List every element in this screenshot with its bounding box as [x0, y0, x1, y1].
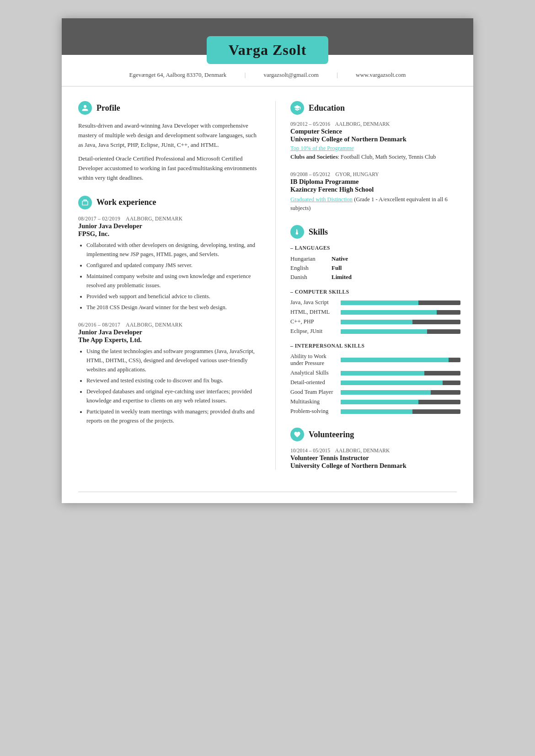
- separator-2: |: [337, 71, 338, 78]
- edu-2-school: Kazinczy Ferenc High School: [290, 186, 460, 193]
- profile-title: Profile: [96, 103, 120, 113]
- profile-section-header: Profile: [78, 101, 262, 115]
- skill-problem-name: Problem-solving: [290, 408, 341, 415]
- edu-2-extra: Graduated with Distinction (Grade 1 - A/…: [290, 195, 460, 213]
- skill-row-eclipse: Eclipse, JUnit: [290, 328, 460, 335]
- main-content: Profile Results-driven and award-winning…: [62, 86, 473, 484]
- work-section-header: Work experience: [78, 196, 262, 209]
- resume-document: Varga Zsolt Egevænget 64, Aalborg 83370,…: [62, 18, 473, 503]
- computer-skills-subsection: – COMPUTER SKILLS Java, Java Script HTML…: [290, 289, 460, 335]
- list-item: Collaborated with other developers on de…: [86, 241, 262, 259]
- lang-row-1: Hungarian Native: [290, 255, 460, 263]
- person-icon: [81, 104, 89, 112]
- edu-block-1: 09/2012 – 05/2016 AALBORG, DENMARK Compu…: [290, 121, 460, 161]
- skills-title: Skills: [309, 227, 328, 237]
- skill-html-name: HTML, DHTML: [290, 309, 341, 316]
- skill-problem-fill: [341, 409, 412, 414]
- candidate-name: Varga Zsolt: [229, 42, 307, 59]
- interpersonal-subsection: – INTERPERSONAL SKILLS Ability to Work u…: [290, 343, 460, 415]
- skill-eclipse-bar: [341, 329, 460, 334]
- list-item: Maintained company website and using own…: [86, 272, 262, 290]
- list-item: Provided web support and beneficial advi…: [86, 292, 262, 301]
- profile-icon: [78, 101, 92, 115]
- languages-subsection: – LANGUAGES Hungarian Native English Ful…: [290, 245, 460, 281]
- skill-eclipse-fill: [341, 329, 427, 334]
- edu-2-meta: 09/2008 – 05/2012 GYOR, HUNGARY: [290, 172, 460, 177]
- heart-icon: [294, 431, 301, 438]
- work-icon: [78, 196, 92, 209]
- lang-row-3: Danish Limited: [290, 273, 460, 281]
- skill-multi-name: Multitasking: [290, 398, 341, 405]
- skill-row-cpp: C++, PHP: [290, 318, 460, 325]
- computer-skills-subhead: – COMPUTER SKILLS: [290, 289, 460, 295]
- profile-text-1: Results-driven and award-winning Java De…: [78, 121, 262, 150]
- skill-pressure-name: Ability to Work under Pressure: [290, 353, 341, 367]
- skill-row-pressure: Ability to Work under Pressure: [290, 353, 460, 367]
- flask-icon: [294, 228, 301, 236]
- skill-java-name: Java, Java Script: [290, 299, 341, 306]
- job-1-company: FPSG, Inc.: [78, 230, 262, 238]
- list-item: Participated in weekly team meetings wit…: [86, 407, 262, 425]
- lang-1-level: Native: [332, 255, 348, 263]
- footer-divider: [78, 492, 457, 503]
- vol-1-title: Volunteer Tennis Instructor: [290, 454, 460, 462]
- education-title: Education: [309, 103, 345, 113]
- skill-cpp-bar: [341, 320, 460, 324]
- skill-detail-fill: [341, 381, 443, 385]
- skill-row-html: HTML, DHTML: [290, 309, 460, 316]
- edu-1-school: University College of Northern Denmark: [290, 135, 460, 143]
- job-1-location: AALBORG, DENMARK: [126, 216, 182, 221]
- job-block-1: 08/2017 – 02/2019 AALBORG, DENMARK Junio…: [78, 216, 262, 312]
- vol-1-location: AALBORG, DENMARK: [335, 448, 390, 453]
- skill-analytical-fill: [341, 371, 424, 375]
- education-section-header: Education: [290, 101, 460, 115]
- briefcase-icon: [81, 199, 89, 206]
- lang-3-name: Danish: [290, 273, 332, 281]
- lang-2-name: English: [290, 264, 332, 272]
- job-2-location: AALBORG, DENMARK: [126, 322, 182, 327]
- list-item: Reviewed and tested existing code to dis…: [86, 376, 262, 385]
- lang-3-level: Limited: [332, 273, 352, 281]
- lang-row-2: English Full: [290, 264, 460, 272]
- list-item: Developed databases and original eye-cat…: [86, 387, 262, 405]
- vol-block-1: 10/2014 – 05/2015 AALBORG, DENMARK Volun…: [290, 448, 460, 470]
- skill-row-team: Good Team Player: [290, 389, 460, 396]
- profile-text-2: Detail-oriented Oracle Certified Profess…: [78, 154, 262, 182]
- volunteering-icon: [290, 428, 304, 441]
- edu-1-meta: 09/2012 – 05/2016 AALBORG, DENMARK: [290, 121, 460, 127]
- skills-section-header: Skills: [290, 225, 460, 239]
- education-icon: [290, 101, 304, 115]
- contact-website: www.vargazsolt.com: [356, 71, 406, 78]
- job-1-title: Junior Java Developer: [78, 222, 262, 230]
- skill-row-java: Java, Java Script: [290, 299, 460, 306]
- edu-2-degree: IB Diploma Programme: [290, 178, 460, 186]
- job-2-bullets: Using the latest technologies and softwa…: [78, 347, 262, 425]
- skill-team-bar: [341, 390, 460, 395]
- edu-2-location: GYOR, HUNGARY: [335, 172, 379, 177]
- skill-html-fill: [341, 310, 437, 315]
- job-1-meta: 08/2017 – 02/2019 AALBORG, DENMARK: [78, 216, 262, 221]
- edu-1-dates: 09/2012 – 05/2016: [290, 121, 330, 127]
- vol-1-dates: 10/2014 – 05/2015: [290, 448, 330, 453]
- skill-html-bar: [341, 310, 460, 315]
- edu-1-location: AALBORG, DENMARK: [335, 121, 390, 127]
- contact-email: vargazsolt@gmail.com: [263, 71, 318, 78]
- right-column: Education 09/2012 – 05/2016 AALBORG, DEN…: [276, 101, 473, 470]
- languages-subhead: – LANGUAGES: [290, 245, 460, 251]
- separator-1: |: [245, 71, 246, 78]
- skill-problem-bar: [341, 409, 460, 414]
- edu-2-dates: 09/2008 – 05/2012: [290, 172, 330, 177]
- edu-2-highlight: Graduated with Distinction: [290, 196, 353, 203]
- job-1-dates: 08/2017 – 02/2019: [78, 216, 120, 221]
- job-1-bullets: Collaborated with other developers on de…: [78, 241, 262, 312]
- skill-analytical-bar: [341, 371, 460, 375]
- skill-detail-name: Detail-oriented: [290, 379, 341, 386]
- skill-multi-fill: [341, 400, 418, 404]
- skill-multi-bar: [341, 400, 460, 404]
- skill-java-bar: [341, 300, 460, 305]
- job-block-2: 06/2016 – 08/2017 AALBORG, DENMARK Junio…: [78, 322, 262, 425]
- graduation-icon: [294, 104, 301, 112]
- job-2-company: The App Experts, Ltd.: [78, 336, 262, 344]
- skill-pressure-fill: [341, 358, 449, 362]
- vol-1-meta: 10/2014 – 05/2015 AALBORG, DENMARK: [290, 448, 460, 453]
